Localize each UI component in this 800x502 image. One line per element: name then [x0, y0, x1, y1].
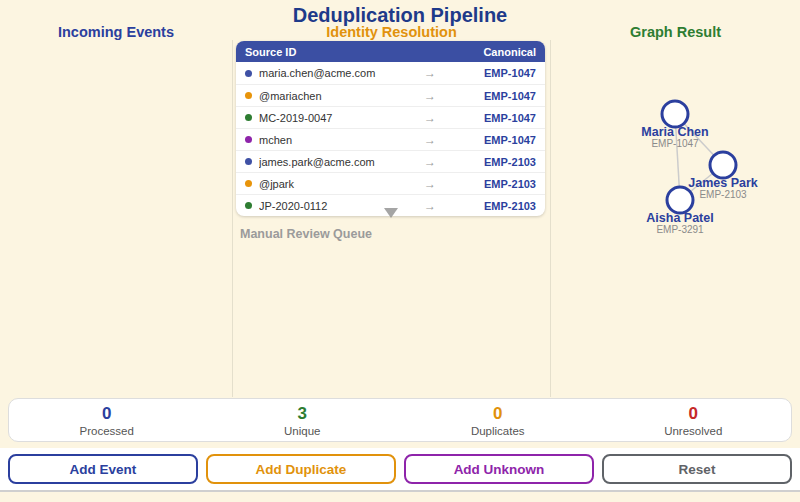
stat-value: 0	[596, 405, 792, 423]
graph-result-heading: Graph Result	[551, 24, 800, 40]
source-type-dot-icon	[245, 92, 252, 99]
arrow-right-icon: →	[424, 89, 464, 103]
stat-label: Processed	[9, 425, 205, 437]
canonical-id-text: EMP-1047	[464, 67, 536, 79]
canonical-column-header: Canonical	[483, 46, 536, 58]
graph-node-circle	[667, 187, 693, 213]
source-type-dot-icon	[245, 180, 252, 187]
stat-duplicates: 0Duplicates	[400, 403, 596, 437]
deduplication-pipeline-app: Deduplication Pipeline Incoming Events I…	[0, 0, 800, 502]
resolution-table: Source ID Canonical maria.chen@acme.com→…	[236, 41, 545, 216]
table-row: maria.chen@acme.com→EMP-1047	[236, 62, 545, 84]
arrow-right-icon: →	[424, 177, 464, 191]
arrow-right-icon: →	[424, 155, 464, 169]
table-row: james.park@acme.com→EMP-2103	[236, 150, 545, 172]
graph-node-circle	[710, 152, 736, 178]
stat-processed: 0Processed	[9, 403, 205, 437]
table-row: @jpark→EMP-2103	[236, 172, 545, 194]
add-unknown-button[interactable]: Add Unknown	[404, 454, 594, 484]
canonical-id-text: EMP-1047	[464, 90, 536, 102]
manual-review-queue-label: Manual Review Queue	[240, 227, 372, 241]
source-type-dot-icon	[245, 136, 252, 143]
stat-label: Unresolved	[596, 425, 792, 437]
source-id-text: mchen	[259, 134, 424, 146]
table-row: mchen→EMP-1047	[236, 128, 545, 150]
source-type-dot-icon	[245, 114, 252, 121]
table-body: maria.chen@acme.com→EMP-1047@mariachen→E…	[236, 62, 545, 216]
canonical-id-text: EMP-2103	[464, 156, 536, 168]
source-type-dot-icon	[245, 202, 252, 209]
arrow-right-icon: →	[424, 199, 464, 213]
source-type-dot-icon	[245, 158, 252, 165]
table-row: MC-2019-0047→EMP-1047	[236, 106, 545, 128]
action-button-bar: Add EventAdd DuplicateAdd UnknownReset	[0, 448, 800, 492]
canonical-id-text: EMP-1047	[464, 112, 536, 124]
arrow-right-icon: →	[424, 111, 464, 125]
queue-drop-triangle-icon	[384, 208, 398, 218]
graph-node-name: Aisha Patel	[646, 211, 713, 225]
table-header-row: Source ID Canonical	[236, 41, 545, 62]
add-event-button[interactable]: Add Event	[8, 454, 198, 484]
table-row: @mariachen→EMP-1047	[236, 84, 545, 106]
canonical-id-text: EMP-2103	[464, 200, 536, 212]
graph-node-id: EMP-2103	[699, 189, 747, 200]
stat-value: 3	[205, 405, 401, 423]
graph-node-id: EMP-3291	[656, 224, 704, 235]
graph-node-name: James Park	[688, 176, 758, 190]
identity-resolution-heading: Identity Resolution	[232, 24, 551, 40]
arrow-right-icon: →	[424, 66, 464, 80]
graph-node-circle	[662, 101, 688, 127]
stat-unique: 3Unique	[205, 403, 401, 437]
graph-node-name: Maria Chen	[641, 125, 708, 139]
reset-button[interactable]: Reset	[602, 454, 792, 484]
source-type-dot-icon	[245, 70, 252, 77]
stat-label: Unique	[205, 425, 401, 437]
stat-unresolved: 0Unresolved	[596, 403, 792, 437]
canonical-id-text: EMP-2103	[464, 178, 536, 190]
source-id-text: JP-2020-0112	[259, 200, 424, 212]
source-id-text: james.park@acme.com	[259, 156, 424, 168]
add-duplicate-button[interactable]: Add Duplicate	[206, 454, 396, 484]
stat-label: Duplicates	[400, 425, 596, 437]
graph-svg: Maria ChenEMP-1047James ParkEMP-2103Aish…	[551, 40, 800, 397]
source-id-text: MC-2019-0047	[259, 112, 424, 124]
source-id-column-header: Source ID	[245, 46, 296, 58]
stat-value: 0	[9, 405, 205, 423]
incoming-events-heading: Incoming Events	[0, 24, 232, 40]
source-id-text: @jpark	[259, 178, 424, 190]
source-id-text: @mariachen	[259, 90, 424, 102]
stat-value: 0	[400, 405, 596, 423]
canonical-id-text: EMP-1047	[464, 134, 536, 146]
graph-node-id: EMP-1047	[651, 138, 699, 149]
arrow-right-icon: →	[424, 133, 464, 147]
stats-card: 0Processed3Unique0Duplicates0Unresolved	[8, 398, 792, 442]
source-id-text: maria.chen@acme.com	[259, 67, 424, 79]
